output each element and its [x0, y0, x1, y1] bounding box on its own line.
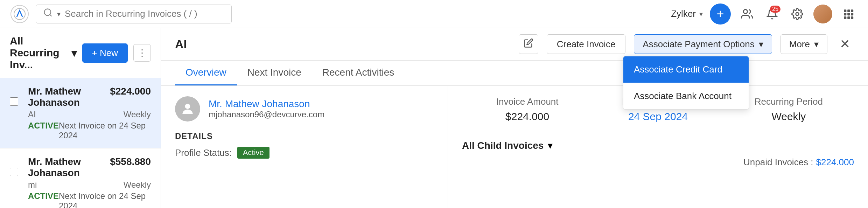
- invoice-amount: $558.880: [110, 156, 151, 179]
- notifications-button[interactable]: 25: [763, 5, 781, 23]
- recurring-period-label: Recurring Period: [755, 96, 823, 107]
- svg-rect-10: [851, 13, 853, 15]
- org-name: Zylker: [671, 8, 696, 19]
- search-dropdown-icon[interactable]: ▾: [57, 10, 61, 18]
- svg-rect-13: [851, 16, 853, 19]
- summary-invoice-amount: Invoice Amount $224.000: [462, 96, 593, 123]
- profile-status-badge: Active: [237, 147, 270, 159]
- unpaid-amount: $224.000: [816, 157, 854, 168]
- svg-line-2: [50, 14, 51, 16]
- dropdown-item-associate-credit-card[interactable]: Associate Credit Card: [623, 56, 749, 83]
- svg-rect-6: [847, 9, 850, 12]
- invoice-sub: mi: [28, 180, 106, 190]
- new-button[interactable]: + New: [82, 43, 128, 63]
- unpaid-row: Unpaid Invoices : $224.000: [462, 157, 854, 168]
- associate-payment-options-button[interactable]: Associate Payment Options ▾: [634, 34, 772, 54]
- contact-avatar: [175, 96, 200, 122]
- svg-rect-11: [844, 16, 846, 19]
- detail-left: Mr. Mathew Johanason mjohanason96@devcur…: [161, 86, 448, 208]
- invoice-status-row: ACTIVE Next Invoice on 24 Sep 2024: [28, 191, 151, 208]
- profile-status-row: Profile Status: Active: [175, 147, 434, 159]
- sidebar-title[interactable]: All Recurring Inv... ▾: [10, 35, 77, 71]
- child-invoices-chevron-icon[interactable]: ▾: [548, 140, 553, 151]
- svg-rect-7: [851, 9, 853, 12]
- search-input[interactable]: [65, 8, 224, 19]
- more-button[interactable]: More ▾: [780, 34, 827, 54]
- avatar[interactable]: [813, 5, 832, 23]
- invoice-sub: AI: [28, 110, 106, 119]
- contact-name[interactable]: Mr. Mathew Johanason: [209, 98, 324, 110]
- detail-content: Mr. Mathew Johanason mjohanason96@devcur…: [161, 86, 868, 208]
- more-label: More: [789, 39, 810, 50]
- invoice-status-row: ACTIVE Next Invoice on 24 Sep 2024: [28, 121, 151, 140]
- detail-tabs: Overview Next Invoice Recent Activities: [161, 61, 868, 86]
- navbar: ▾ Zylker ▾ + 25: [0, 0, 868, 28]
- invoice-amount-value: $224.000: [505, 111, 549, 123]
- sidebar-more-button[interactable]: ⋮: [133, 44, 151, 62]
- invoice-amount: $224.000: [110, 86, 151, 108]
- contact-row: Mr. Mathew Johanason mjohanason96@devcur…: [175, 96, 434, 122]
- invoice-amount-label: Invoice Amount: [496, 96, 559, 107]
- unpaid-label: Unpaid Invoices :: [743, 157, 813, 168]
- sidebar: All Recurring Inv... ▾ + New ⋮ Mr. Mathe…: [0, 28, 161, 208]
- invoice-name: Mr. Mathew Johanason: [28, 86, 106, 108]
- invoice-date: Next Invoice on 24 Sep 2024: [59, 191, 151, 208]
- invoice-period: Weekly: [110, 180, 151, 190]
- org-switcher[interactable]: Zylker ▾: [671, 8, 703, 19]
- app-logo: [10, 5, 29, 23]
- invoice-list: Mr. Mathew Johanason $224.000 AI Weekly …: [0, 78, 161, 208]
- recurring-period-value: Weekly: [771, 111, 806, 123]
- invoice-item[interactable]: Mr. Mathew Johanason $224.000 AI Weekly …: [0, 78, 161, 148]
- notification-badge: 25: [770, 6, 780, 13]
- detail-panel: AI Create Invoice Associate Payment Opti…: [161, 28, 868, 208]
- search-icon: [43, 8, 53, 20]
- dropdown-item-associate-bank-account[interactable]: Associate Bank Account: [623, 83, 749, 109]
- sidebar-title-text: All Recurring Inv...: [10, 35, 68, 71]
- sidebar-header: All Recurring Inv... ▾ + New ⋮: [0, 28, 161, 78]
- child-invoices-row: All Child Invoices ▾: [462, 140, 854, 151]
- tab-recent-activities[interactable]: Recent Activities: [312, 61, 405, 85]
- svg-rect-8: [844, 13, 846, 15]
- dropdown-menu: Associate Credit Card Associate Bank Acc…: [623, 56, 749, 110]
- sidebar-title-chevron-icon: ▾: [71, 47, 77, 59]
- invoice-status: ACTIVE: [28, 191, 59, 208]
- more-dots-icon: ⋮: [138, 48, 147, 58]
- child-invoices-title[interactable]: All Child Invoices: [462, 140, 544, 151]
- svg-rect-5: [844, 9, 846, 12]
- svg-rect-12: [847, 16, 850, 19]
- invoice-checkbox-2[interactable]: [10, 167, 24, 179]
- add-button[interactable]: +: [710, 4, 731, 25]
- tab-next-invoice[interactable]: Next Invoice: [237, 61, 312, 85]
- contact-info: Mr. Mathew Johanason mjohanason96@devcur…: [209, 98, 324, 119]
- contacts-icon-button[interactable]: [738, 5, 756, 23]
- contact-email: mjohanason96@devcurve.com: [209, 110, 324, 119]
- svg-point-14: [185, 104, 190, 109]
- svg-rect-9: [847, 13, 850, 15]
- svg-point-1: [44, 9, 51, 16]
- create-invoice-button[interactable]: Create Invoice: [547, 34, 626, 54]
- details-section-label: DETAILS: [175, 131, 434, 141]
- close-button[interactable]: ✕: [836, 35, 854, 53]
- detail-header: AI Create Invoice Associate Payment Opti…: [161, 28, 868, 61]
- apps-grid-button[interactable]: [839, 5, 858, 23]
- next-invoice-date-value: 24 Sep 2024: [628, 111, 688, 123]
- associate-payment-label: Associate Payment Options: [643, 39, 754, 50]
- settings-button[interactable]: [788, 5, 806, 23]
- svg-point-3: [743, 9, 747, 13]
- main-layout: All Recurring Inv... ▾ + New ⋮ Mr. Mathe…: [0, 28, 868, 208]
- invoice-item[interactable]: Mr. Mathew Johanason $558.880 mi Weekly …: [0, 148, 161, 208]
- invoice-period: Weekly: [110, 110, 151, 119]
- org-chevron-icon: ▾: [699, 10, 703, 18]
- more-chevron-icon: ▾: [814, 39, 819, 50]
- invoice-name: Mr. Mathew Johanason: [28, 156, 106, 179]
- profile-status-label: Profile Status:: [175, 147, 232, 158]
- search-bar[interactable]: ▾: [36, 5, 232, 23]
- invoice-status: ACTIVE: [28, 121, 59, 140]
- edit-icon: [524, 38, 533, 50]
- invoice-checkbox-1[interactable]: [10, 97, 24, 108]
- svg-point-4: [796, 12, 799, 15]
- edit-button[interactable]: [519, 34, 538, 54]
- detail-id: AI: [175, 37, 187, 51]
- associate-payment-chevron-icon: ▾: [759, 39, 763, 50]
- tab-overview[interactable]: Overview: [175, 61, 237, 85]
